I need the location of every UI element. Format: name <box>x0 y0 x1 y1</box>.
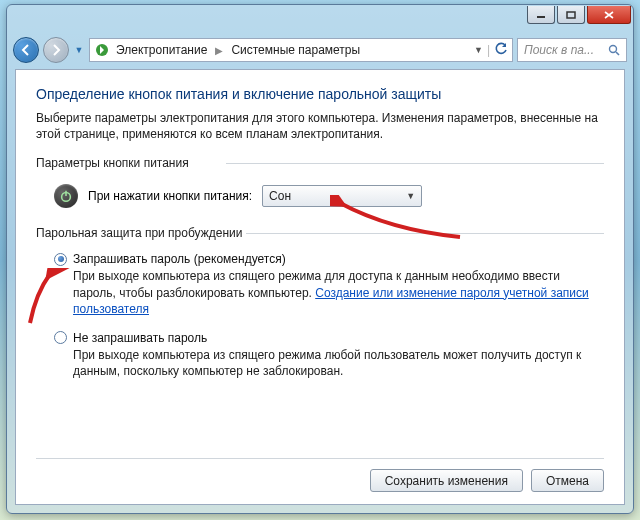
content-pane: Определение кнопок питания и включение п… <box>15 69 625 505</box>
require-password-radio[interactable] <box>54 253 67 266</box>
arrow-left-icon <box>20 44 32 56</box>
minimize-button[interactable] <box>527 6 555 24</box>
page-intro: Выберите параметры электропитания для эт… <box>36 110 604 142</box>
maximize-icon <box>566 11 576 19</box>
svg-point-3 <box>610 46 617 53</box>
address-bar[interactable]: Электропитание ▶ Системные параметры ▼ | <box>89 38 513 62</box>
no-require-password-description: При выходе компьютера из спящего режима … <box>73 347 604 379</box>
breadcrumb-item[interactable]: Системные параметры <box>231 43 360 57</box>
power-plan-icon <box>94 42 110 58</box>
minimize-icon <box>536 11 546 19</box>
nav-history-dropdown[interactable]: ▼ <box>73 45 85 55</box>
search-icon <box>608 44 620 56</box>
search-placeholder: Поиск в па... <box>524 43 594 57</box>
window-frame: ▼ Электропитание ▶ Системные параметры ▼… <box>6 4 634 514</box>
no-require-password-radio[interactable] <box>54 331 67 344</box>
power-icon <box>54 184 78 208</box>
breadcrumb-item[interactable]: Электропитание <box>116 43 207 57</box>
no-require-password-label: Не запрашивать пароль <box>73 331 207 345</box>
navbar: ▼ Электропитание ▶ Системные параметры ▼… <box>7 33 633 67</box>
chevron-right-icon: ▶ <box>215 45 223 56</box>
power-button-action-value: Сон <box>269 189 291 203</box>
nav-forward-button[interactable] <box>43 37 69 63</box>
page-title: Определение кнопок питания и включение п… <box>36 86 604 102</box>
close-icon <box>604 11 614 19</box>
power-button-label: При нажатии кнопки питания: <box>88 189 252 203</box>
svg-rect-0 <box>537 16 545 18</box>
footer-buttons: Сохранить изменения Отмена <box>36 458 604 492</box>
svg-rect-1 <box>567 12 575 18</box>
chevron-down-icon[interactable]: ▼ <box>474 45 483 55</box>
nav-back-button[interactable] <box>13 37 39 63</box>
group-password-protect: Парольная защита при пробуждении <box>36 226 604 240</box>
maximize-button[interactable] <box>557 6 585 24</box>
cancel-button[interactable]: Отмена <box>531 469 604 492</box>
search-input[interactable]: Поиск в па... <box>517 38 627 62</box>
require-password-label: Запрашивать пароль (рекомендуется) <box>73 252 286 266</box>
group-power-button: Параметры кнопки питания <box>36 156 604 170</box>
refresh-button[interactable] <box>494 42 508 59</box>
require-password-description: При выходе компьютера из спящего режима … <box>73 268 604 317</box>
power-button-action-select[interactable]: Сон ▼ <box>262 185 422 207</box>
close-button[interactable] <box>587 6 631 24</box>
svg-line-4 <box>616 52 619 55</box>
chevron-down-icon: ▼ <box>406 191 415 201</box>
refresh-icon <box>494 42 508 56</box>
titlebar <box>7 5 633 33</box>
save-button[interactable]: Сохранить изменения <box>370 469 523 492</box>
arrow-right-icon <box>50 44 62 56</box>
